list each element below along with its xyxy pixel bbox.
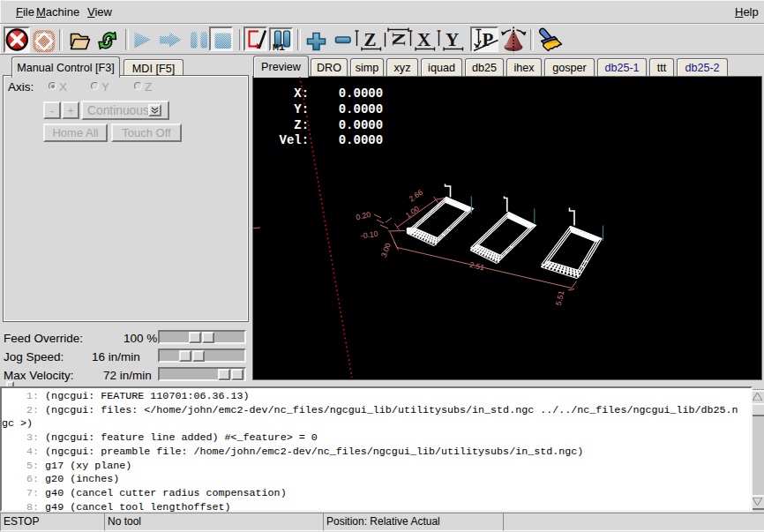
svg-text:P: P	[483, 29, 494, 50]
svg-text:Y: Y	[446, 29, 459, 50]
svg-text:X: X	[417, 29, 431, 50]
svg-text:X: 0.0000: X: 0.0000	[280, 86, 384, 101]
svg-text:2.51: 2.51	[468, 260, 485, 273]
svg-text:Vel: 0.0000: Vel: 0.0000	[280, 133, 384, 147]
svg-text:5.51: 5.51	[554, 289, 566, 306]
svg-text:Y: 0.0000: Y: 0.0000	[280, 102, 384, 116]
svg-text:-0.10: -0.10	[360, 229, 378, 241]
svg-text:0.20: 0.20	[355, 210, 371, 222]
svg-text:2.66: 2.66	[408, 187, 425, 203]
svg-text:M1: M1	[273, 41, 285, 53]
svg-text:3.00: 3.00	[379, 242, 393, 259]
svg-text:1.00: 1.00	[404, 204, 422, 220]
svg-text:N: N	[388, 33, 409, 46]
svg-text:Z: Z	[363, 29, 376, 50]
svg-text:Z: 0.0000: Z: 0.0000	[280, 118, 384, 132]
